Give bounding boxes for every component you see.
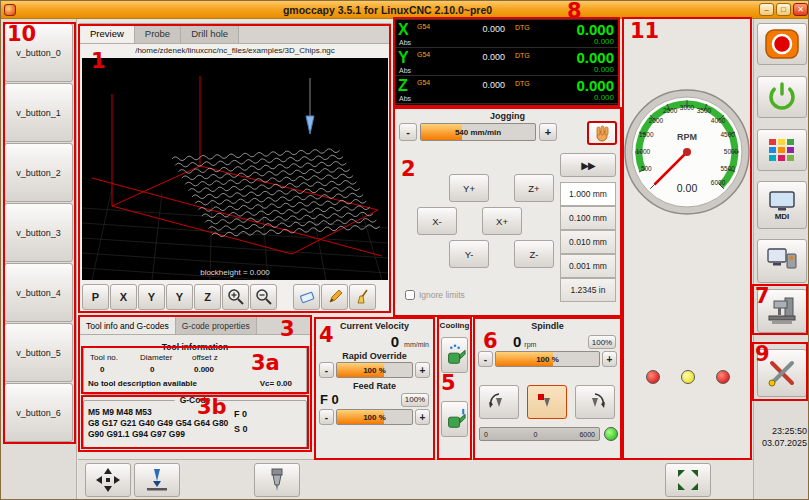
jog-fast-forward-button[interactable]: ▶▶ — [560, 153, 616, 177]
spindle-stop-button[interactable] — [527, 385, 567, 419]
spindle-plus-button[interactable]: + — [602, 351, 617, 367]
spindle-override-row: - 100 % + — [475, 349, 620, 369]
touch-off-button[interactable] — [85, 463, 131, 497]
velocity-panel: Current Velocity 0 mm/min Rapid Override… — [315, 318, 434, 459]
zoom-in-button[interactable] — [222, 284, 249, 310]
feed-minus-button[interactable]: - — [319, 409, 334, 425]
jog-x-plus-button[interactable]: X+ — [482, 207, 522, 235]
jog-z-minus-button[interactable]: Z- — [514, 240, 554, 268]
spindle-value-row: 0 rpm 100% — [475, 331, 620, 349]
increment-001mm[interactable]: 0.010 mm — [560, 230, 616, 254]
rapid-minus-button[interactable]: - — [319, 362, 334, 378]
view-x-button[interactable]: X — [110, 284, 137, 310]
jog-z-plus-button[interactable]: Z+ — [514, 174, 554, 202]
jog-speed-minus-button[interactable]: - — [399, 123, 417, 141]
view-z-button[interactable]: Z — [194, 284, 221, 310]
tab-gcode-properties[interactable]: G-code properties — [176, 317, 257, 334]
close-button[interactable]: ✕ — [793, 3, 808, 16]
fullscreen-button[interactable] — [665, 463, 711, 497]
view-y2-button[interactable]: Y — [166, 284, 193, 310]
tool-measure-button[interactable] — [254, 463, 300, 497]
sidebar-v-button-2[interactable]: v_button_2 — [4, 143, 73, 202]
clear-plot-button[interactable] — [293, 284, 320, 310]
jog-x-minus-button[interactable]: X- — [417, 207, 457, 235]
setup-button[interactable] — [757, 239, 807, 283]
mist-coolant-button[interactable] — [441, 337, 468, 373]
jog-touch-button[interactable] — [587, 121, 617, 145]
jog-speed-plus-button[interactable]: + — [539, 123, 557, 141]
maximize-button[interactable]: □ — [776, 3, 791, 16]
sidebar-v-button-6[interactable]: v_button_6 — [4, 383, 73, 442]
spindle-ccw-button[interactable] — [479, 385, 519, 419]
rapid-override-title: Rapid Override — [316, 349, 433, 361]
flood-coolant-button[interactable] — [441, 401, 468, 437]
view-perspective-button[interactable]: P — [82, 284, 109, 310]
blockheight-label: blockheight = 0.000 — [82, 268, 388, 277]
feed-plus-button[interactable]: + — [415, 409, 430, 425]
power-button[interactable] — [757, 76, 807, 118]
rapid-plus-button[interactable]: + — [415, 362, 430, 378]
gauge-digital-value: 0.00 — [677, 182, 698, 194]
spindle-override-value: 100 % — [496, 352, 599, 366]
estop-button[interactable] — [757, 23, 807, 65]
spindle-override-slider[interactable]: 100 % — [495, 351, 600, 367]
gremlin-3d-view[interactable]: blockheight = 0.000 — [82, 58, 388, 280]
loaded-file-path: /home/zdenek/linuxcnc/nc_files/examples/… — [80, 44, 390, 57]
minimize-button[interactable]: – — [759, 3, 774, 16]
spindle-minus-button[interactable]: - — [478, 351, 493, 367]
sidebar-v-button-1[interactable]: v_button_1 — [4, 83, 73, 142]
tab-tool-info-gcodes[interactable]: Tool info and G-codes — [80, 317, 176, 334]
rapid-override-value: 100 % — [337, 363, 412, 377]
feed-pct-button[interactable]: 100% — [401, 393, 429, 407]
sidebar-v-button-0[interactable]: v_button_0 — [4, 23, 73, 82]
cooling-title: Cooling — [439, 319, 470, 330]
sweep-plot-button[interactable] — [349, 284, 376, 310]
tool-information-title: Tool information — [157, 342, 233, 352]
zoom-out-button[interactable] — [250, 284, 277, 310]
feed-override-slider[interactable]: 100 % — [336, 409, 413, 425]
tab-drill-hole[interactable]: Drill hole — [181, 24, 239, 43]
offset-z-value: 0.000 — [194, 365, 214, 374]
edit-gcode-button[interactable] — [321, 284, 348, 310]
increment-1mm[interactable]: 1.000 mm — [560, 182, 616, 206]
rapid-override-row: - 100 % + — [316, 361, 433, 379]
jog-y-minus-button[interactable]: Y- — [449, 240, 489, 268]
dro-row-z[interactable]: Z G54 Abs 0.000 DTG 0.000 0.000 — [395, 76, 618, 104]
spindle-pct-button[interactable]: 100% — [588, 335, 616, 349]
spindle-gauge-panel: 500 1000 1500 2000 2500 3000 3500 4000 4… — [623, 18, 752, 459]
estop-icon — [764, 28, 800, 60]
sidebar-v-button-5[interactable]: v_button_5 — [4, 323, 73, 382]
jog-y-plus-button[interactable]: Y+ — [449, 174, 489, 202]
tab-probe[interactable]: Probe — [135, 24, 181, 43]
gcode-frame: G-Code M5 M9 M48 M53 G8 G17 G21 G40 G49 … — [83, 400, 307, 448]
spindle-at-speed-led — [604, 427, 618, 441]
block-height-button[interactable] — [134, 463, 180, 497]
preview-tabbar: Preview Probe Drill hole — [80, 24, 390, 44]
spindle-cw-button[interactable] — [575, 385, 615, 419]
broom-icon — [354, 288, 372, 306]
ignore-limits-checkbox[interactable] — [405, 290, 415, 300]
dro-row-y[interactable]: Y G54 Abs 0.000 DTG 0.000 0.000 — [395, 48, 618, 76]
increment-01mm[interactable]: 0.100 mm — [560, 206, 616, 230]
jog-speed-row: - 540 mm/min + — [399, 123, 557, 141]
keyboard-button[interactable] — [757, 129, 807, 171]
increment-0001mm[interactable]: 0.001 mm — [560, 254, 616, 278]
tab-preview[interactable]: Preview — [80, 24, 135, 43]
rapid-override-slider[interactable]: 100 % — [336, 362, 413, 378]
machine-table-button[interactable] — [757, 289, 807, 333]
spindle-cw-icon — [583, 391, 607, 413]
status-led-left — [646, 370, 660, 384]
spindle-stop-icon — [535, 391, 559, 413]
jog-speed-slider[interactable]: 540 mm/min — [420, 123, 536, 141]
mdi-button[interactable]: MDI — [757, 181, 807, 229]
sidebar-v-button-3[interactable]: v_button_3 — [4, 203, 73, 262]
view-y-button[interactable]: Y — [138, 284, 165, 310]
dro-row-x[interactable]: X G54 Abs 0.000 DTG 0.000 0.000 — [395, 20, 618, 48]
sidebar-v-button-4[interactable]: v_button_4 — [4, 263, 73, 322]
tools-button[interactable] — [757, 349, 807, 397]
zoom-in-icon — [227, 288, 245, 306]
increment-inch[interactable]: 1.2345 in — [560, 278, 616, 302]
dro-panel[interactable]: X G54 Abs 0.000 DTG 0.000 0.000 Y G54 Ab… — [394, 19, 619, 106]
toolpath-preview-graphic — [82, 58, 388, 280]
current-velocity-value: 0 — [320, 334, 399, 349]
